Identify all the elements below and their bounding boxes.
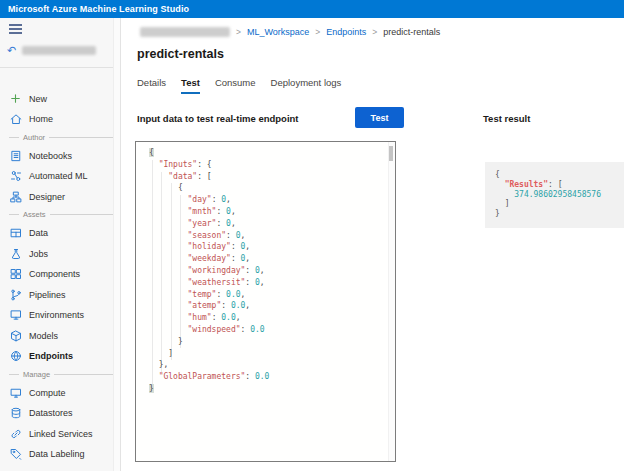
token-p: : [245,266,255,275]
token-p: : [197,172,207,181]
sidebar-item-home[interactable]: Home [0,109,120,130]
code-line: ] [495,199,601,209]
breadcrumb-current-page: predict-rentals [383,27,440,37]
sidebar-item-label: Designer [29,192,65,202]
token-p: , [236,313,241,322]
code-line: "day": 0, [149,194,269,206]
code-line: "weathersit": 0, [149,277,269,289]
sidebar-item-jobs[interactable]: Jobs [0,243,120,264]
app-title: Microsoft Azure Machine Learning Studio [8,4,189,14]
breadcrumb-workspace-link[interactable]: ML_Workspace [247,27,309,37]
hamburger-menu-icon[interactable] [0,18,30,34]
code-line: "temp": 0.0, [149,289,269,301]
indent-whitespace [149,195,188,204]
sidebar-item-environments[interactable]: Environments [0,305,120,326]
sidebar-item-models[interactable]: Models [0,325,120,346]
code-line: ] [149,348,269,360]
sidebar-item-label: Data Labeling [29,449,85,459]
code-line: "data": [ [149,171,269,183]
sidebar-nav: New Home Author Notebooks [0,68,120,464]
sidebar-item-label: Components [29,269,80,279]
workspace-switcher[interactable]: ↶ [0,36,120,58]
tab-deployment-logs[interactable]: Deployment logs [271,77,342,94]
token-p: , [231,219,236,228]
datastores-icon [9,407,22,420]
page-title: predict-rentals [137,47,224,61]
token-b: } [178,337,183,346]
section-label: Assets [23,210,46,219]
components-icon [9,268,22,281]
token-p: , [163,360,168,369]
token-p: : [231,254,241,263]
token-p: : [231,242,241,251]
token-n: 0.0 [250,325,264,334]
sidebar-item-designer[interactable]: Designer [0,186,120,207]
sidebar-item-endpoints[interactable]: Endpoints [0,346,120,367]
jobs-icon [9,247,22,260]
back-arrow-icon[interactable]: ↶ [7,45,16,55]
token-p: : [216,207,226,216]
editor-scrollbar-thumb[interactable] [389,146,393,161]
code-line: "Results": [ [495,180,601,190]
sidebar-scrollbar[interactable] [113,18,120,471]
token-p: : [226,231,236,240]
sidebar-item-linked-services[interactable]: Linked Services [0,423,120,444]
sidebar-item-label: Endpoints [29,351,73,361]
tab-test[interactable]: Test [181,77,200,94]
token-n: 0.0 [255,372,269,381]
tab-details[interactable]: Details [137,77,166,94]
token-p: , [245,301,250,310]
editor-scrollbar-track[interactable] [388,142,395,461]
sidebar-item-pipelines[interactable]: Pipelines [0,284,120,305]
indent-whitespace [149,301,188,310]
token-p: : [548,180,558,189]
sidebar-item-notebooks[interactable]: Notebooks [0,145,120,166]
token-p: : [212,195,222,204]
sidebar-item-label: Notebooks [29,151,72,161]
sidebar-item-datastores[interactable]: Datastores [0,403,120,424]
indent-whitespace [149,313,188,322]
data-labeling-icon [9,448,22,461]
tab-consume[interactable]: Consume [215,77,256,94]
sidebar-item-data-labeling[interactable]: Data Labeling [0,444,120,465]
token-k: "workingday" [188,266,246,275]
sidebar-item-data[interactable]: Data [0,223,120,244]
json-input-editor[interactable]: { "Inputs": { "data": [ { "day": 0, "mnt… [135,141,396,462]
sidebar-item-components[interactable]: Components [0,264,120,285]
test-button[interactable]: Test [355,107,404,128]
breadcrumb-endpoints-link[interactable]: Endpoints [326,27,366,37]
token-b: { [178,183,183,192]
token-b: [ [207,172,212,181]
sidebar-section-author: Author [0,129,120,145]
token-p: , [241,290,246,299]
indent-whitespace [149,231,188,240]
code-line: "weekday": 0, [149,253,269,265]
sidebar-item-label: Jobs [29,249,48,259]
token-k: "windspeed" [188,325,241,334]
editor-code: { "Inputs": { "data": [ { "day": 0, "mnt… [149,147,269,395]
sidebar-item-new[interactable]: New [0,88,120,109]
code-line: "atemp": 0.0, [149,300,269,312]
sidebar-item-label: Compute [29,388,66,398]
code-line: } [149,336,269,348]
code-line: "mnth": 0, [149,206,269,218]
sidebar-item-label: Pipelines [29,290,66,300]
token-k: "weekday" [188,254,231,263]
token-b: ] [168,349,173,358]
indent-whitespace [495,199,505,208]
indent-whitespace [149,290,188,299]
token-p: : [216,219,226,228]
sidebar-item-compute[interactable]: Compute [0,382,120,403]
code-line: "workingday": 0, [149,265,269,277]
token-n: 0.0 [226,290,240,299]
sidebar-item-automated-ml[interactable]: Automated ML [0,166,120,187]
sidebar-item-label: Datastores [29,408,73,418]
code-line: "hum": 0.0, [149,312,269,324]
token-k: "Results" [505,180,548,189]
sidebar-item-label: Home [29,114,53,124]
breadcrumb: > ML_Workspace > Endpoints > predict-ren… [140,27,440,37]
home-icon [9,113,22,126]
token-k: "year" [188,219,217,228]
token-b: } [495,209,500,218]
token-p: , [226,195,231,204]
